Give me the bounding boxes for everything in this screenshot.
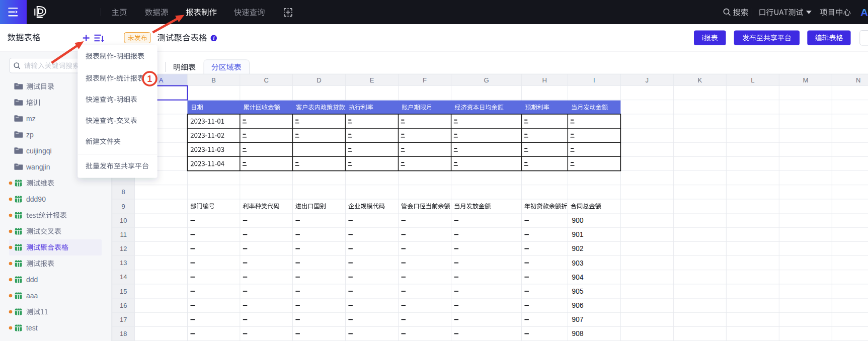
svg-text:cuijingqi: cuijingqi [26,147,52,155]
svg-text:905: 905 [572,287,584,295]
svg-text:17: 17 [120,316,127,323]
svg-text:I: I [593,76,595,84]
svg-text:G: G [484,76,489,84]
svg-text:12: 12 [120,245,127,252]
svg-text:F: F [423,76,427,84]
svg-text:A: A [159,76,164,84]
svg-text:aaa: aaa [26,292,38,300]
svg-text:J: J [646,76,649,84]
svg-text:15: 15 [120,288,127,295]
svg-text:10: 10 [120,217,127,224]
svg-text:14: 14 [120,273,127,281]
svg-text:13: 13 [120,259,127,267]
svg-text:A: A [860,7,868,18]
svg-text:N: N [856,76,860,84]
svg-text:9: 9 [122,203,125,210]
svg-text:902: 902 [572,244,584,252]
svg-text:901: 901 [572,230,584,238]
svg-text:zp: zp [26,131,34,139]
svg-text:ddd90: ddd90 [26,195,46,203]
svg-text:test: test [26,324,38,332]
svg-text:16: 16 [120,302,127,309]
svg-text:18: 18 [120,330,127,337]
svg-text:900: 900 [572,216,584,224]
svg-text:L: L [751,76,754,84]
svg-text:8: 8 [122,188,125,196]
svg-text:wangjin: wangjin [26,163,50,171]
svg-text:11: 11 [120,231,127,238]
svg-text:904: 904 [572,273,584,281]
svg-text:C: C [264,76,268,84]
svg-text:H: H [542,76,547,84]
svg-text:ddd: ddd [26,276,38,284]
svg-text:903: 903 [572,259,584,267]
svg-text:i: i [213,35,214,41]
svg-text:mz: mz [26,115,36,123]
svg-text:M: M [803,76,808,84]
svg-text:D: D [317,76,321,84]
svg-text:B: B [211,76,216,84]
svg-text:908: 908 [572,329,584,337]
svg-text:1: 1 [147,74,152,84]
svg-text:E: E [370,76,374,84]
svg-text:906: 906 [572,301,584,309]
svg-text:907: 907 [572,315,584,323]
svg-text:K: K [697,76,702,84]
